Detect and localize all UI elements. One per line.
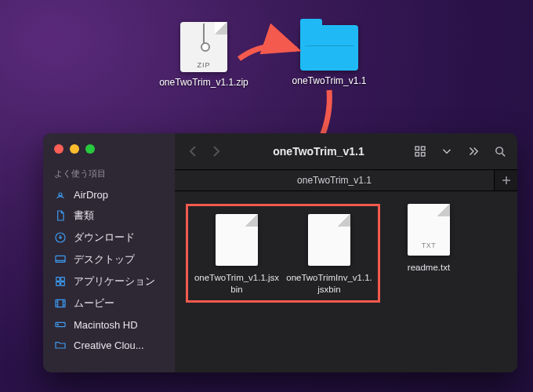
new-tab-button[interactable] xyxy=(494,170,517,191)
sidebar-section-header: よく使う項目 xyxy=(43,165,175,184)
desktop-area: ZIP oneTwoTrim_v1.1.zip oneTwoTrim_v1.1 xyxy=(0,22,533,89)
sidebar-item-label: Macintosh HD xyxy=(74,319,138,331)
finder-sidebar: よく使う項目 AirDrop 書類 ダウンロード デスクトップ アプリケーション… xyxy=(43,133,175,372)
desktop-folder-label: oneTwoTrim_v1.1 xyxy=(292,75,367,87)
file-label: oneTwoTrim_v1.1.jsxbin xyxy=(194,272,280,296)
folder-icon xyxy=(300,25,358,71)
svg-rect-13 xyxy=(422,153,426,157)
sidebar-item-creative-cloud[interactable]: Creative Clou... xyxy=(43,335,175,355)
tab-label: oneTwoTrim_v1.1 xyxy=(297,175,372,186)
close-button[interactable] xyxy=(54,144,63,154)
sidebar-item-documents[interactable]: 書類 xyxy=(43,205,175,227)
file-item-readme[interactable]: TXT readme.txt xyxy=(385,204,473,274)
sidebar-item-label: ダウンロード xyxy=(74,230,135,245)
sidebar-item-airdrop[interactable]: AirDrop xyxy=(43,184,175,205)
svg-point-9 xyxy=(57,324,58,325)
file-label: readme.txt xyxy=(408,262,450,274)
sidebar-item-movies[interactable]: ムービー xyxy=(43,292,175,314)
file-label: oneTwoTrimInv_v1.1.jsxbin xyxy=(286,272,372,296)
finder-toolbar: oneTwoTrim_v1.1 xyxy=(175,133,517,169)
window-controls xyxy=(43,141,175,165)
sidebar-item-applications[interactable]: アプリケーション xyxy=(43,270,175,292)
finder-tab[interactable]: oneTwoTrim_v1.1 xyxy=(175,170,494,191)
svg-rect-4 xyxy=(61,278,65,281)
view-mode-button[interactable] xyxy=(412,143,428,159)
zip-icon: ZIP xyxy=(180,22,227,72)
finder-content[interactable]: oneTwoTrim_v1.1.jsxbin oneTwoTrimInv_v1.… xyxy=(175,191,517,372)
minimize-button[interactable] xyxy=(70,144,79,154)
sidebar-item-label: アプリケーション xyxy=(74,274,155,289)
hd-icon xyxy=(54,318,67,331)
finder-window: よく使う項目 AirDrop 書類 ダウンロード デスクトップ アプリケーション… xyxy=(43,133,517,372)
download-icon xyxy=(54,231,67,244)
sidebar-item-label: ムービー xyxy=(74,296,114,310)
desktop-zip-label: oneTwoTrim_v1.1.zip xyxy=(159,77,248,89)
svg-rect-5 xyxy=(56,282,60,286)
desktop-sidebar-icon xyxy=(54,253,67,266)
svg-rect-6 xyxy=(61,282,65,286)
apps-icon xyxy=(54,275,67,288)
sidebar-item-label: AirDrop xyxy=(74,189,108,201)
movie-icon xyxy=(54,297,67,310)
view-mode-chevron-icon[interactable] xyxy=(439,143,455,159)
file-icon xyxy=(308,214,350,266)
sidebar-item-label: Creative Clou... xyxy=(74,339,144,351)
file-icon: TXT xyxy=(408,204,450,256)
sidebar-item-label: デスクトップ xyxy=(74,252,135,267)
desktop-folder[interactable]: oneTwoTrim_v1.1 xyxy=(282,22,376,89)
zoom-button[interactable] xyxy=(85,144,95,154)
finder-tabbar: oneTwoTrim_v1.1 xyxy=(175,169,517,191)
annotation-highlight-box: oneTwoTrim_v1.1.jsxbin oneTwoTrimInv_v1.… xyxy=(186,204,380,303)
svg-point-14 xyxy=(495,147,502,154)
svg-rect-12 xyxy=(415,153,419,157)
file-icon xyxy=(216,214,258,266)
back-button[interactable] xyxy=(184,142,201,161)
desktop-zip-file[interactable]: ZIP oneTwoTrim_v1.1.zip xyxy=(157,22,251,89)
doc-icon xyxy=(54,209,67,222)
sidebar-item-label: 書類 xyxy=(74,209,94,223)
folder-sidebar-icon xyxy=(54,339,67,351)
window-title: oneTwoTrim_v1.1 xyxy=(231,145,406,158)
sidebar-item-macintosh-hd[interactable]: Macintosh HD xyxy=(43,314,175,335)
svg-rect-3 xyxy=(56,278,60,281)
file-item-jsxbin-1[interactable]: oneTwoTrim_v1.1.jsxbin xyxy=(193,214,281,296)
airdrop-icon xyxy=(54,188,67,201)
finder-main: oneTwoTrim_v1.1 oneTwoTrim_v1.1 oneTwoTr… xyxy=(175,133,517,372)
toolbar-overflow-button[interactable] xyxy=(466,143,481,159)
sidebar-item-desktop[interactable]: デスクトップ xyxy=(43,249,175,270)
svg-rect-11 xyxy=(422,147,426,151)
sidebar-item-downloads[interactable]: ダウンロード xyxy=(43,227,175,249)
svg-rect-10 xyxy=(415,147,419,151)
search-button[interactable] xyxy=(492,143,508,159)
file-item-jsxbin-2[interactable]: oneTwoTrimInv_v1.1.jsxbin xyxy=(285,214,373,296)
svg-rect-2 xyxy=(56,256,65,262)
forward-button[interactable] xyxy=(208,142,225,161)
svg-rect-7 xyxy=(56,299,65,307)
